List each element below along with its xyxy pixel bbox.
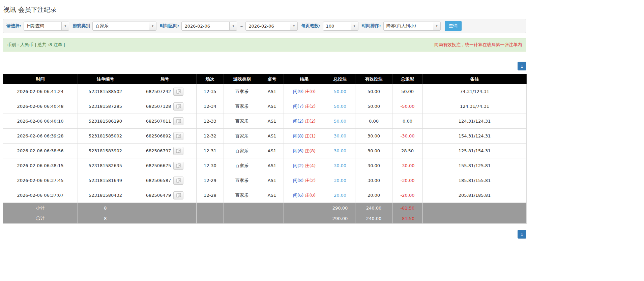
table-row: 2026-02-06 06:40:10 523181586190 6825070… xyxy=(3,114,527,129)
game-type-cell: 百家乐 xyxy=(224,99,260,114)
date-separator: ~ xyxy=(239,24,243,29)
sort-group: 时间排序: 降幂(由大到小) ▾ xyxy=(362,22,441,31)
round-wrap: 682507128 xyxy=(146,102,183,111)
result-cell: 闲(8) 庄(1) xyxy=(284,129,325,144)
note-cell: 205.81/185.81 xyxy=(423,188,527,203)
date-to-dropdown[interactable]: 2026-02-06 ▾ xyxy=(245,22,298,31)
total-bet-link[interactable]: 30.00 xyxy=(334,148,346,153)
summary-bar: 币别：人民币 | 总共 :8 注单 | 同局有效投注，统一计算在该局第一张注单内 xyxy=(3,38,526,52)
total-bet-cell: 30.00 xyxy=(325,144,355,158)
game-type-cell: 百家乐 xyxy=(224,173,260,188)
page-size-dropdown[interactable]: 100 ▾ xyxy=(323,22,358,31)
table-no-cell: AS1 xyxy=(260,188,284,203)
table-row: 2026-02-06 06:38:15 523181582635 6825066… xyxy=(3,158,527,173)
round-cell: 682506587 xyxy=(133,173,197,188)
total-bet-link[interactable]: 50.00 xyxy=(334,119,346,124)
chevron-down-icon[interactable]: ▾ xyxy=(61,22,69,30)
total-bet-link[interactable]: 50.00 xyxy=(334,104,346,109)
valid-bet-cell: 30.00 xyxy=(355,144,392,158)
query-type-dropdown[interactable]: 日期查询 ▾ xyxy=(24,22,69,31)
page-1-button[interactable]: 1 xyxy=(518,230,526,239)
table-no-cell: AS1 xyxy=(260,129,284,144)
column-header: 时间 xyxy=(3,74,78,84)
view-cards-button[interactable] xyxy=(173,102,183,111)
round-wrap: 682507011 xyxy=(146,117,183,125)
time-cell: 2026-02-06 06:38:56 xyxy=(3,144,78,158)
total-total-bet: 290.00 xyxy=(325,213,355,224)
view-cards-button[interactable] xyxy=(173,191,183,199)
session-cell: 12-29 xyxy=(197,173,224,188)
round-id: 682506479 xyxy=(146,193,171,198)
result-banker: 庄(2) xyxy=(305,178,316,183)
note-cell: 74.31/124.31 xyxy=(423,84,527,99)
result-banker: 庄(4) xyxy=(305,163,316,168)
round-id: 682506892 xyxy=(146,133,171,138)
result-banker: 庄(0) xyxy=(305,89,316,94)
table-row: 2026-02-06 06:38:56 523181583902 6825067… xyxy=(3,144,527,158)
view-cards-button[interactable] xyxy=(173,88,183,96)
cards-icon xyxy=(176,89,181,94)
game-type-dropdown[interactable]: 百家乐 ▾ xyxy=(92,22,156,31)
round-wrap: 682506479 xyxy=(146,191,183,199)
time-cell: 2026-02-06 06:37:45 xyxy=(3,173,78,188)
chevron-down-icon[interactable]: ▾ xyxy=(433,22,440,30)
chevron-down-icon[interactable]: ▾ xyxy=(149,22,156,30)
total-bet-link[interactable]: 30.00 xyxy=(334,133,346,138)
search-button[interactable]: 查询 xyxy=(445,21,462,31)
column-header: 总派彩 xyxy=(392,74,423,84)
total-bet-link[interactable]: 50.00 xyxy=(334,89,346,94)
table-body: 2026-02-06 06:41:24 523181588502 6825072… xyxy=(3,84,527,203)
round-id: 682506675 xyxy=(146,163,171,168)
chevron-down-icon[interactable]: ▾ xyxy=(229,22,237,30)
time-cell: 2026-02-06 06:40:48 xyxy=(3,99,78,114)
result-banker: 庄(8) xyxy=(305,148,316,153)
chevron-down-icon[interactable]: ▾ xyxy=(290,22,297,30)
valid-bet-cell: 50.00 xyxy=(355,99,392,114)
bet-id-cell: 523181582635 xyxy=(78,158,133,173)
view-cards-button[interactable] xyxy=(173,177,183,185)
subtotal-count: 8 xyxy=(78,203,133,213)
payout-cell: -30.00 xyxy=(392,158,423,173)
game-type-cell: 百家乐 xyxy=(224,84,260,99)
result-player: 闲(6) xyxy=(293,193,303,198)
subtotal-valid-bet: 240.00 xyxy=(355,203,392,213)
view-cards-button[interactable] xyxy=(173,147,183,155)
game-type-cell: 百家乐 xyxy=(224,188,260,203)
column-header: 备注 xyxy=(423,74,527,84)
result-player: 闲(2) xyxy=(293,163,303,168)
pagination-bottom: 1 xyxy=(3,230,526,239)
total-bet-link[interactable]: 30.00 xyxy=(334,163,346,168)
payout-cell: -50.00 xyxy=(392,99,423,114)
cards-icon xyxy=(176,119,181,123)
total-bet-cell: 50.00 xyxy=(325,114,355,129)
sort-dropdown[interactable]: 降幂(由大到小) ▾ xyxy=(383,22,441,31)
chevron-down-icon[interactable]: ▾ xyxy=(351,22,358,30)
subtotal-total-bet: 290.00 xyxy=(325,203,355,213)
result-cell: 闲(6) 庄(0) xyxy=(284,188,325,203)
round-wrap: 682506892 xyxy=(146,132,183,140)
round-cell: 682506675 xyxy=(133,158,197,173)
total-label: 总计 xyxy=(3,213,78,224)
result-cell: 闲(2) 庄(2) xyxy=(284,114,325,129)
total-valid-bet: 240.00 xyxy=(355,213,392,224)
table-header-row: 时间注单编号局号场次游戏类别桌号结果总投注有效投注总派彩备注 xyxy=(3,74,527,84)
date-to-value: 2026-02-06 xyxy=(246,22,290,30)
page-1-button[interactable]: 1 xyxy=(518,62,526,70)
total-bet-cell: 30.00 xyxy=(325,129,355,144)
total-row: 总计 8 290.00 240.00 -81.50 xyxy=(3,213,527,224)
date-from-dropdown[interactable]: 2026-02-06 ▾ xyxy=(181,22,237,31)
page-title: 视讯 会员下注纪录 xyxy=(3,5,526,14)
view-cards-button[interactable] xyxy=(173,132,183,140)
game-type-cell: 百家乐 xyxy=(224,144,260,158)
total-bet-link[interactable]: 20.00 xyxy=(334,193,346,198)
time-cell: 2026-02-06 06:39:28 xyxy=(3,129,78,144)
bet-id-cell: 523181583902 xyxy=(78,144,133,158)
result-banker: 庄(2) xyxy=(305,104,316,109)
total-bet-link[interactable]: 30.00 xyxy=(334,178,346,183)
view-cards-button[interactable] xyxy=(173,117,183,125)
total-payout: -81.50 xyxy=(392,213,423,224)
result-player: 闲(8) xyxy=(293,133,303,138)
view-cards-button[interactable] xyxy=(173,162,183,170)
payout-cell: -20.00 xyxy=(392,188,423,203)
result-player: 闲(7) xyxy=(293,104,303,109)
